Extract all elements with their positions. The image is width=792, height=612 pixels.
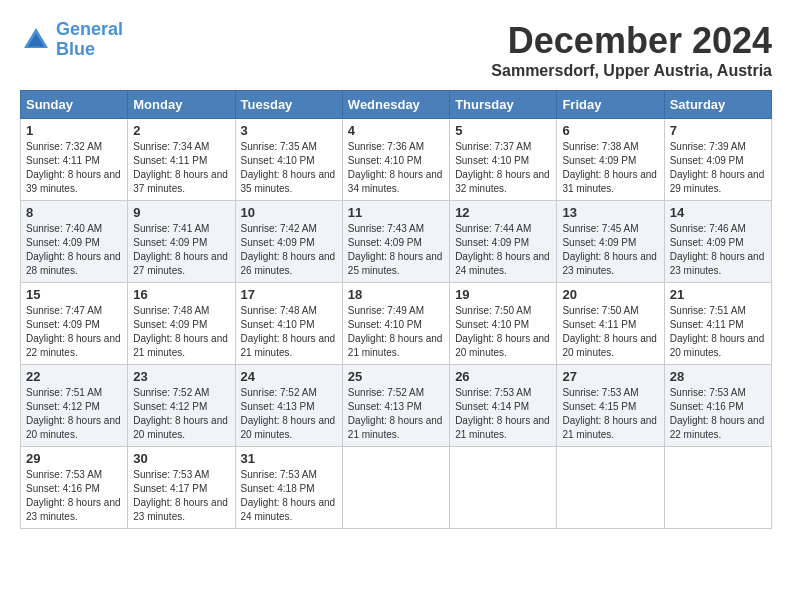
daylight-label: Daylight: 8 hours and 23 minutes.	[26, 497, 121, 522]
sunrise-label: Sunrise: 7:35 AM	[241, 141, 317, 152]
day-number: 26	[455, 369, 551, 384]
calendar-cell: 12 Sunrise: 7:44 AM Sunset: 4:09 PM Dayl…	[450, 201, 557, 283]
day-number: 23	[133, 369, 229, 384]
daylight-label: Daylight: 8 hours and 23 minutes.	[133, 497, 228, 522]
weekday-header-friday: Friday	[557, 91, 664, 119]
calendar-cell: 30 Sunrise: 7:53 AM Sunset: 4:17 PM Dayl…	[128, 447, 235, 529]
sunrise-label: Sunrise: 7:44 AM	[455, 223, 531, 234]
sunrise-label: Sunrise: 7:48 AM	[241, 305, 317, 316]
logo-icon	[20, 24, 52, 56]
day-number: 12	[455, 205, 551, 220]
day-info: Sunrise: 7:36 AM Sunset: 4:10 PM Dayligh…	[348, 140, 444, 196]
calendar-cell	[450, 447, 557, 529]
daylight-label: Daylight: 8 hours and 22 minutes.	[26, 333, 121, 358]
logo-text: General Blue	[56, 20, 123, 60]
calendar-week-row-4: 22 Sunrise: 7:51 AM Sunset: 4:12 PM Dayl…	[21, 365, 772, 447]
day-info: Sunrise: 7:50 AM Sunset: 4:10 PM Dayligh…	[455, 304, 551, 360]
sunrise-label: Sunrise: 7:52 AM	[133, 387, 209, 398]
daylight-label: Daylight: 8 hours and 27 minutes.	[133, 251, 228, 276]
sunrise-label: Sunrise: 7:39 AM	[670, 141, 746, 152]
day-info: Sunrise: 7:39 AM Sunset: 4:09 PM Dayligh…	[670, 140, 766, 196]
day-info: Sunrise: 7:32 AM Sunset: 4:11 PM Dayligh…	[26, 140, 122, 196]
calendar-cell: 13 Sunrise: 7:45 AM Sunset: 4:09 PM Dayl…	[557, 201, 664, 283]
day-info: Sunrise: 7:53 AM Sunset: 4:14 PM Dayligh…	[455, 386, 551, 442]
calendar-cell: 29 Sunrise: 7:53 AM Sunset: 4:16 PM Dayl…	[21, 447, 128, 529]
calendar-week-row-2: 8 Sunrise: 7:40 AM Sunset: 4:09 PM Dayli…	[21, 201, 772, 283]
sunset-label: Sunset: 4:09 PM	[455, 237, 529, 248]
sunrise-label: Sunrise: 7:52 AM	[241, 387, 317, 398]
calendar-cell: 5 Sunrise: 7:37 AM Sunset: 4:10 PM Dayli…	[450, 119, 557, 201]
day-info: Sunrise: 7:46 AM Sunset: 4:09 PM Dayligh…	[670, 222, 766, 278]
day-number: 17	[241, 287, 337, 302]
daylight-label: Daylight: 8 hours and 35 minutes.	[241, 169, 336, 194]
calendar-cell: 9 Sunrise: 7:41 AM Sunset: 4:09 PM Dayli…	[128, 201, 235, 283]
day-info: Sunrise: 7:53 AM Sunset: 4:15 PM Dayligh…	[562, 386, 658, 442]
title-section: December 2024 Sammersdorf, Upper Austria…	[491, 20, 772, 80]
day-info: Sunrise: 7:44 AM Sunset: 4:09 PM Dayligh…	[455, 222, 551, 278]
calendar-cell: 31 Sunrise: 7:53 AM Sunset: 4:18 PM Dayl…	[235, 447, 342, 529]
daylight-label: Daylight: 8 hours and 21 minutes.	[562, 415, 657, 440]
day-number: 5	[455, 123, 551, 138]
calendar-cell: 27 Sunrise: 7:53 AM Sunset: 4:15 PM Dayl…	[557, 365, 664, 447]
page-header: General Blue December 2024 Sammersdorf, …	[20, 20, 772, 80]
calendar-cell: 28 Sunrise: 7:53 AM Sunset: 4:16 PM Dayl…	[664, 365, 771, 447]
calendar-cell: 17 Sunrise: 7:48 AM Sunset: 4:10 PM Dayl…	[235, 283, 342, 365]
day-info: Sunrise: 7:52 AM Sunset: 4:12 PM Dayligh…	[133, 386, 229, 442]
day-number: 27	[562, 369, 658, 384]
sunset-label: Sunset: 4:13 PM	[348, 401, 422, 412]
daylight-label: Daylight: 8 hours and 20 minutes.	[133, 415, 228, 440]
sunrise-label: Sunrise: 7:53 AM	[562, 387, 638, 398]
day-number: 6	[562, 123, 658, 138]
sunset-label: Sunset: 4:09 PM	[562, 155, 636, 166]
sunrise-label: Sunrise: 7:53 AM	[133, 469, 209, 480]
sunrise-label: Sunrise: 7:46 AM	[670, 223, 746, 234]
calendar-cell	[664, 447, 771, 529]
day-info: Sunrise: 7:34 AM Sunset: 4:11 PM Dayligh…	[133, 140, 229, 196]
sunset-label: Sunset: 4:12 PM	[133, 401, 207, 412]
day-number: 24	[241, 369, 337, 384]
sunrise-label: Sunrise: 7:34 AM	[133, 141, 209, 152]
month-title: December 2024	[491, 20, 772, 62]
day-number: 10	[241, 205, 337, 220]
sunset-label: Sunset: 4:10 PM	[241, 155, 315, 166]
day-info: Sunrise: 7:53 AM Sunset: 4:18 PM Dayligh…	[241, 468, 337, 524]
sunset-label: Sunset: 4:10 PM	[348, 155, 422, 166]
calendar-cell: 8 Sunrise: 7:40 AM Sunset: 4:09 PM Dayli…	[21, 201, 128, 283]
sunset-label: Sunset: 4:10 PM	[348, 319, 422, 330]
sunrise-label: Sunrise: 7:32 AM	[26, 141, 102, 152]
sunset-label: Sunset: 4:15 PM	[562, 401, 636, 412]
day-number: 14	[670, 205, 766, 220]
sunrise-label: Sunrise: 7:51 AM	[670, 305, 746, 316]
sunrise-label: Sunrise: 7:38 AM	[562, 141, 638, 152]
daylight-label: Daylight: 8 hours and 21 minutes.	[348, 333, 443, 358]
day-number: 22	[26, 369, 122, 384]
sunrise-label: Sunrise: 7:48 AM	[133, 305, 209, 316]
day-number: 3	[241, 123, 337, 138]
day-number: 15	[26, 287, 122, 302]
calendar-cell: 24 Sunrise: 7:52 AM Sunset: 4:13 PM Dayl…	[235, 365, 342, 447]
sunset-label: Sunset: 4:14 PM	[455, 401, 529, 412]
sunset-label: Sunset: 4:10 PM	[241, 319, 315, 330]
sunrise-label: Sunrise: 7:43 AM	[348, 223, 424, 234]
day-number: 1	[26, 123, 122, 138]
sunrise-label: Sunrise: 7:42 AM	[241, 223, 317, 234]
day-info: Sunrise: 7:37 AM Sunset: 4:10 PM Dayligh…	[455, 140, 551, 196]
daylight-label: Daylight: 8 hours and 39 minutes.	[26, 169, 121, 194]
day-number: 9	[133, 205, 229, 220]
weekday-header-saturday: Saturday	[664, 91, 771, 119]
day-info: Sunrise: 7:47 AM Sunset: 4:09 PM Dayligh…	[26, 304, 122, 360]
calendar-cell: 11 Sunrise: 7:43 AM Sunset: 4:09 PM Dayl…	[342, 201, 449, 283]
calendar-cell: 1 Sunrise: 7:32 AM Sunset: 4:11 PM Dayli…	[21, 119, 128, 201]
sunset-label: Sunset: 4:18 PM	[241, 483, 315, 494]
day-number: 21	[670, 287, 766, 302]
location-title: Sammersdorf, Upper Austria, Austria	[491, 62, 772, 80]
sunrise-label: Sunrise: 7:41 AM	[133, 223, 209, 234]
sunset-label: Sunset: 4:09 PM	[241, 237, 315, 248]
sunrise-label: Sunrise: 7:37 AM	[455, 141, 531, 152]
sunrise-label: Sunrise: 7:49 AM	[348, 305, 424, 316]
sunrise-label: Sunrise: 7:50 AM	[455, 305, 531, 316]
day-number: 11	[348, 205, 444, 220]
calendar-table: SundayMondayTuesdayWednesdayThursdayFrid…	[20, 90, 772, 529]
daylight-label: Daylight: 8 hours and 25 minutes.	[348, 251, 443, 276]
calendar-cell: 7 Sunrise: 7:39 AM Sunset: 4:09 PM Dayli…	[664, 119, 771, 201]
